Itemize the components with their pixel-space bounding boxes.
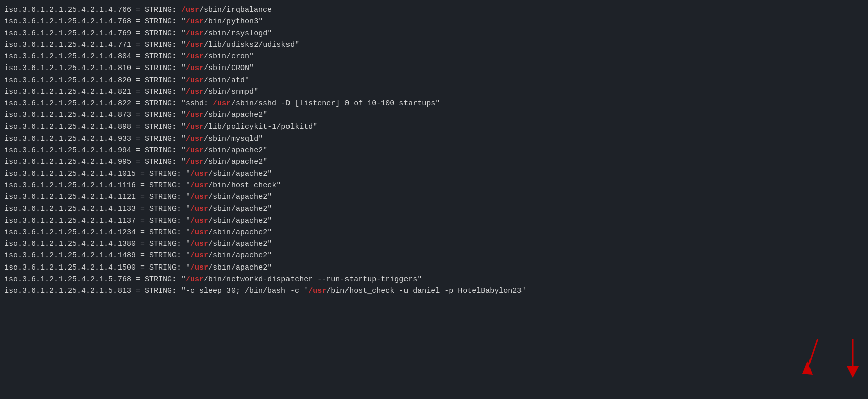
terminal-line: iso.3.6.1.2.1.25.4.2.1.4.810 = STRING: "… bbox=[4, 62, 868, 74]
post-path: /bin/host_check" bbox=[208, 180, 281, 191]
pre-path: " bbox=[186, 262, 190, 274]
terminal-line: iso.3.6.1.2.1.25.4.2.1.4.822 = STRING: "… bbox=[4, 98, 868, 109]
post-path: /sbin/apache2" bbox=[208, 203, 272, 215]
pre-path: " bbox=[186, 250, 190, 261]
oid-text: iso.3.6.1.2.1.25.4.2.1.4.1116 bbox=[4, 180, 136, 191]
oid-text: iso.3.6.1.2.1.25.4.2.1.4.933 bbox=[4, 133, 131, 145]
usr-highlight: /usr bbox=[190, 180, 208, 191]
equals-sign: = bbox=[131, 156, 145, 168]
type-label: STRING: bbox=[145, 133, 181, 145]
equals-sign: = bbox=[131, 145, 145, 156]
equals-sign: = bbox=[136, 238, 149, 250]
type-label: STRING: bbox=[145, 75, 181, 86]
usr-highlight: /usr bbox=[308, 285, 326, 297]
oid-text: iso.3.6.1.2.1.25.4.2.1.4.821 bbox=[4, 86, 131, 98]
terminal-line: iso.3.6.1.2.1.25.4.2.1.4.1116 = STRING: … bbox=[4, 180, 868, 191]
oid-text: iso.3.6.1.2.1.25.4.2.1.4.1500 bbox=[4, 262, 136, 274]
oid-text: iso.3.6.1.2.1.25.4.2.1.5.768 bbox=[4, 274, 131, 285]
usr-highlight: /usr bbox=[186, 51, 204, 62]
equals-sign: = bbox=[131, 109, 145, 121]
post-path: /sbin/CRON" bbox=[204, 62, 254, 74]
post-path: /sbin/snmpd" bbox=[204, 86, 258, 98]
arrow-left-icon bbox=[802, 339, 833, 379]
usr-highlight: /usr bbox=[186, 86, 204, 98]
equals-sign: = bbox=[131, 121, 145, 133]
svg-line-0 bbox=[807, 339, 818, 369]
post-path: /sbin/apache2" bbox=[208, 227, 272, 238]
terminal-line: iso.3.6.1.2.1.25.4.2.1.5.768 = STRING: "… bbox=[4, 274, 868, 285]
usr-highlight: /usr bbox=[186, 62, 204, 74]
post-path: /sbin/apache2" bbox=[208, 238, 272, 250]
pre-path: " bbox=[181, 39, 186, 51]
svg-marker-1 bbox=[802, 361, 813, 375]
terminal-window: iso.3.6.1.2.1.25.4.2.1.4.766 = STRING: /… bbox=[4, 4, 868, 399]
post-path: /sbin/apache2" bbox=[204, 145, 267, 156]
equals-sign: = bbox=[136, 203, 149, 215]
post-path: /sbin/rsyslogd" bbox=[204, 28, 272, 39]
terminal-line: iso.3.6.1.2.1.25.4.2.1.4.1380 = STRING: … bbox=[4, 238, 868, 250]
type-label: STRING: bbox=[149, 262, 186, 274]
post-path: /bin/python3" bbox=[204, 16, 263, 27]
oid-text: iso.3.6.1.2.1.25.4.2.1.4.1133 bbox=[4, 203, 136, 215]
terminal-line: iso.3.6.1.2.1.25.4.2.1.4.1137 = STRING: … bbox=[4, 215, 868, 227]
type-label: STRING: bbox=[149, 238, 186, 250]
oid-text: iso.3.6.1.2.1.25.4.2.1.4.1137 bbox=[4, 215, 136, 227]
usr-highlight: /usr bbox=[186, 28, 204, 39]
terminal-line: iso.3.6.1.2.1.25.4.2.1.4.873 = STRING: "… bbox=[4, 109, 868, 121]
pre-path: " bbox=[181, 156, 186, 168]
pre-path: " bbox=[181, 109, 186, 121]
equals-sign: = bbox=[136, 180, 149, 191]
post-path: /lib/udisks2/udisksd" bbox=[204, 39, 299, 51]
pre-path: " bbox=[186, 203, 190, 215]
equals-sign: = bbox=[136, 227, 149, 238]
oid-text: iso.3.6.1.2.1.25.4.2.1.4.822 bbox=[4, 98, 131, 109]
terminal-line: iso.3.6.1.2.1.25.4.2.1.4.1133 = STRING: … bbox=[4, 203, 868, 215]
terminal-line: iso.3.6.1.2.1.25.4.2.1.4.804 = STRING: "… bbox=[4, 51, 868, 62]
equals-sign: = bbox=[131, 4, 145, 16]
post-path: /sbin/apache2" bbox=[208, 191, 272, 203]
equals-sign: = bbox=[131, 75, 145, 86]
type-label: STRING: bbox=[145, 16, 181, 27]
pre-path: " bbox=[181, 75, 186, 86]
post-path: /sbin/apache2" bbox=[208, 215, 272, 227]
equals-sign: = bbox=[131, 274, 145, 285]
terminal-line: iso.3.6.1.2.1.25.4.2.1.4.1234 = STRING: … bbox=[4, 227, 868, 238]
oid-text: iso.3.6.1.2.1.25.4.2.1.4.771 bbox=[4, 39, 131, 51]
terminal-line: iso.3.6.1.2.1.25.4.2.1.4.1500 = STRING: … bbox=[4, 262, 868, 274]
post-path: /lib/policykit-1/polkitd" bbox=[204, 121, 317, 133]
post-path: /sbin/mysqld" bbox=[204, 133, 263, 145]
equals-sign: = bbox=[131, 39, 145, 51]
type-label: STRING: bbox=[145, 98, 181, 109]
terminal-line: iso.3.6.1.2.1.25.4.2.1.4.898 = STRING: "… bbox=[4, 121, 868, 133]
type-label: STRING: bbox=[149, 250, 186, 261]
oid-text: iso.3.6.1.2.1.25.4.2.1.4.820 bbox=[4, 75, 131, 86]
usr-highlight: /usr bbox=[186, 133, 204, 145]
terminal-line: iso.3.6.1.2.1.25.4.2.1.4.1121 = STRING: … bbox=[4, 191, 868, 203]
type-label: STRING: bbox=[145, 4, 181, 16]
oid-text: iso.3.6.1.2.1.25.4.2.1.4.1380 bbox=[4, 238, 136, 250]
type-label: STRING: bbox=[145, 109, 181, 121]
type-label: STRING: bbox=[145, 145, 181, 156]
usr-highlight: /usr bbox=[186, 16, 204, 27]
terminal-line: iso.3.6.1.2.1.25.4.2.1.4.820 = STRING: "… bbox=[4, 75, 868, 86]
type-label: STRING: bbox=[149, 168, 186, 180]
type-label: STRING: bbox=[145, 62, 181, 74]
type-label: STRING: bbox=[149, 203, 186, 215]
pre-path: " bbox=[181, 145, 186, 156]
pre-path: " bbox=[181, 274, 186, 285]
oid-text: iso.3.6.1.2.1.25.4.2.1.4.766 bbox=[4, 4, 131, 16]
usr-highlight: /usr bbox=[190, 227, 208, 238]
post-path: /sbin/apache2" bbox=[204, 109, 267, 121]
pre-path: " bbox=[181, 16, 186, 27]
pre-path: "-c sleep 30; /bin/bash -c ' bbox=[181, 285, 308, 297]
type-label: STRING: bbox=[145, 28, 181, 39]
post-path: /sbin/cron" bbox=[204, 51, 254, 62]
usr-highlight: /usr bbox=[186, 109, 204, 121]
usr-highlight: /usr bbox=[213, 98, 231, 109]
pre-path: " bbox=[186, 191, 190, 203]
usr-highlight: /usr bbox=[181, 4, 199, 16]
svg-marker-3 bbox=[847, 366, 859, 378]
type-label: STRING: bbox=[149, 227, 186, 238]
type-label: STRING: bbox=[145, 285, 181, 297]
terminal-line: iso.3.6.1.2.1.25.4.2.1.4.768 = STRING: "… bbox=[4, 16, 868, 27]
